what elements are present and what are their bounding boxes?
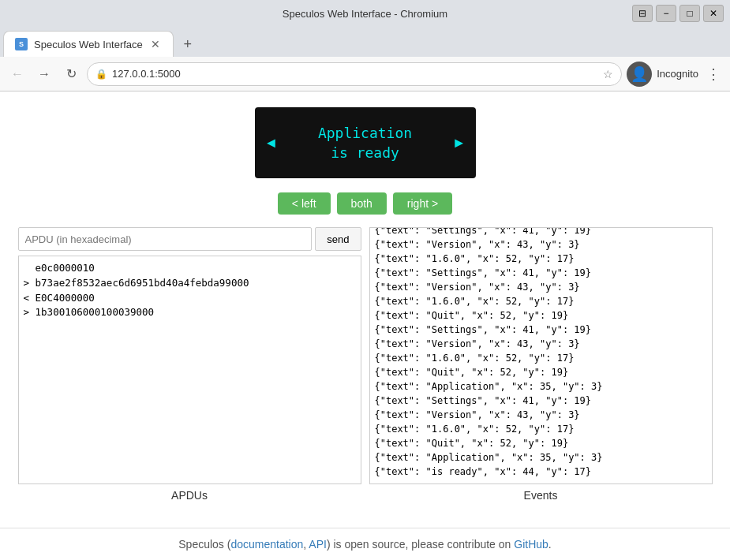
both-button[interactable]: both bbox=[337, 192, 387, 215]
events-panel bbox=[369, 227, 713, 484]
close-window-button[interactable]: ✕ bbox=[703, 5, 724, 22]
send-button[interactable]: send bbox=[315, 227, 361, 251]
incognito-label: Incognito bbox=[657, 68, 698, 80]
footer-comma: , bbox=[303, 538, 306, 551]
footer-text-after: ) is open source, please contribute on bbox=[327, 538, 511, 551]
address-bar: ← → ↻ 🔒 127.0.0.1:5000 ☆ 👤 Incognito ⋮ bbox=[0, 57, 730, 91]
device-left-button[interactable]: ◄ bbox=[264, 135, 279, 151]
page-inner: ◄ Application is ready ► < left both rig… bbox=[0, 91, 730, 528]
documentation-link[interactable]: documentation bbox=[230, 538, 303, 551]
device-line1: Application bbox=[318, 123, 412, 143]
panel-labels: APDUs Events bbox=[18, 484, 713, 502]
tab-bar: S Speculos Web Interface ✕ + bbox=[0, 27, 730, 57]
minimize-window-button[interactable]: − bbox=[656, 5, 676, 22]
events-textarea[interactable] bbox=[369, 227, 713, 484]
window-controls: ⊟ − □ ✕ bbox=[632, 5, 724, 22]
apdu-input[interactable] bbox=[18, 227, 313, 251]
control-buttons: < left both right > bbox=[278, 192, 452, 215]
apdu-textarea[interactable] bbox=[18, 256, 361, 484]
apdu-input-row: send bbox=[18, 227, 361, 251]
reload-button[interactable]: ↻ bbox=[60, 63, 82, 85]
footer-text-before: Speculos ( bbox=[178, 538, 230, 551]
url-bar[interactable]: 🔒 127.0.0.1:5000 ☆ bbox=[87, 62, 622, 86]
forward-button[interactable]: → bbox=[33, 63, 55, 85]
page-footer: Speculos (documentation, API) is open so… bbox=[0, 528, 730, 560]
maximize-window-button[interactable]: □ bbox=[679, 5, 700, 22]
device-display: ◄ Application is ready ► bbox=[255, 107, 476, 178]
left-button[interactable]: < left bbox=[278, 192, 331, 215]
minimize-button[interactable]: ⊟ bbox=[632, 5, 653, 22]
right-button[interactable]: right > bbox=[393, 192, 452, 215]
tab-label: Speculos Web Interface bbox=[34, 39, 143, 50]
window-title: Speculos Web Interface - Chromium bbox=[283, 8, 447, 20]
apdu-panel-label: APDUs bbox=[18, 484, 361, 502]
title-bar: Speculos Web Interface - Chromium ⊟ − □ … bbox=[0, 0, 730, 27]
events-panel-label: Events bbox=[369, 484, 713, 502]
browser-window: Speculos Web Interface - Chromium ⊟ − □ … bbox=[0, 0, 730, 560]
page-content: ◄ Application is ready ► < left both rig… bbox=[0, 91, 730, 560]
panels: send bbox=[18, 227, 713, 484]
back-button[interactable]: ← bbox=[6, 63, 28, 85]
tab-favicon: S bbox=[15, 38, 28, 50]
github-link[interactable]: GitHub bbox=[514, 538, 548, 551]
profile-icon: 👤 bbox=[631, 65, 648, 83]
api-link[interactable]: API bbox=[309, 538, 327, 551]
url-text: 127.0.0.1:5000 bbox=[112, 68, 598, 80]
apdu-panel: send bbox=[18, 227, 361, 484]
bookmark-icon[interactable]: ☆ bbox=[603, 68, 613, 80]
tab-close-button[interactable]: ✕ bbox=[149, 38, 162, 50]
new-tab-button[interactable]: + bbox=[177, 33, 199, 55]
device-text: Application is ready bbox=[318, 123, 412, 162]
active-tab[interactable]: S Speculos Web Interface ✕ bbox=[3, 31, 174, 57]
device-right-button[interactable]: ► bbox=[452, 135, 466, 151]
lock-icon: 🔒 bbox=[95, 69, 107, 80]
footer-period: . bbox=[548, 538, 552, 551]
browser-menu-button[interactable]: ⋮ bbox=[703, 62, 724, 86]
profile-button[interactable]: 👤 bbox=[627, 62, 652, 87]
device-line2: is ready bbox=[318, 143, 412, 162]
